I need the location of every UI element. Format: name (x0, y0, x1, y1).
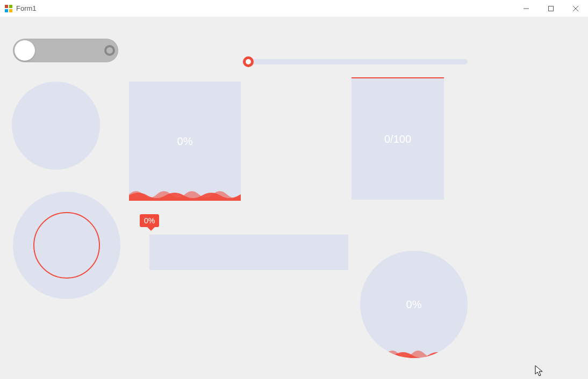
titlebar: Form1 (0, 0, 588, 17)
circular-gauge-plain (12, 82, 100, 170)
progress-bar-tooltip-label: 0% (144, 216, 155, 225)
wave-progress-fraction-label: 0/100 (352, 78, 444, 200)
wave-progress-box-fraction: 0/100 (352, 77, 444, 200)
ring-gauge-indicator (33, 212, 100, 279)
ring-gauge (13, 192, 120, 299)
wave-icon (360, 346, 468, 358)
svg-rect-5 (549, 6, 554, 11)
progress-bar: 0% (138, 214, 353, 270)
slider-track (242, 59, 468, 64)
svg-rect-0 (5, 5, 8, 8)
client-area: 0% 0/100 0% 0% (0, 17, 588, 379)
toggle-switch[interactable] (13, 39, 118, 62)
slider-thumb[interactable] (243, 56, 254, 67)
wave-progress-box: 0% (129, 82, 241, 201)
wave-progress-box-label: 0% (129, 82, 241, 201)
maximize-button[interactable] (539, 0, 563, 17)
wave-icon (129, 187, 241, 201)
slider[interactable] (242, 56, 468, 67)
toggle-end-indicator-icon (104, 45, 115, 56)
progress-bar-track (149, 235, 348, 270)
svg-rect-3 (9, 9, 12, 12)
close-button[interactable] (563, 0, 588, 17)
window-controls (514, 0, 588, 17)
window-title: Form1 (16, 4, 514, 12)
progress-bar-tooltip: 0% (140, 214, 159, 227)
app-icon (4, 4, 13, 13)
svg-rect-1 (9, 5, 12, 8)
toggle-thumb (15, 40, 35, 61)
toggle-track (13, 39, 118, 62)
cursor-icon (535, 365, 543, 377)
wave-progress-circle: 0% (360, 251, 468, 358)
svg-rect-2 (5, 9, 8, 12)
minimize-button[interactable] (514, 0, 539, 17)
wave-progress-circle-label: 0% (360, 251, 468, 358)
